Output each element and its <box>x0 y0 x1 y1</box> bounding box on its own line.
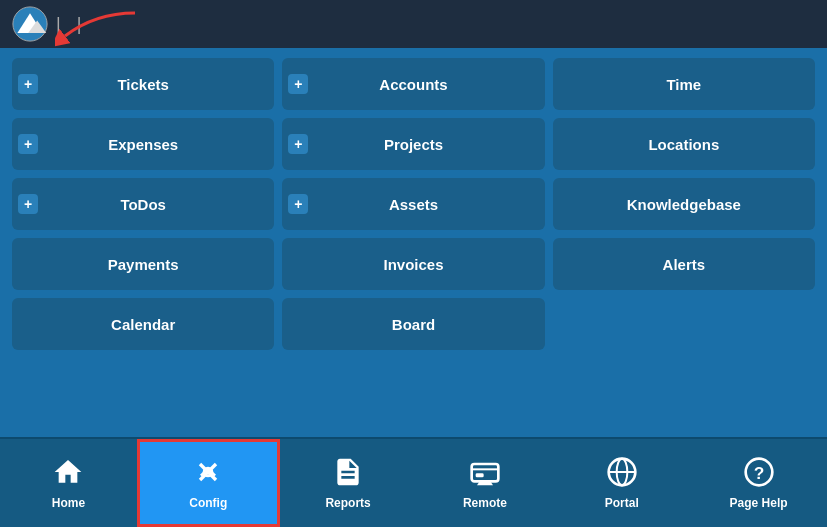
main-content: +Tickets+AccountsTime+Expenses+ProjectsL… <box>0 48 827 437</box>
nav-item-home[interactable]: Home <box>0 439 137 527</box>
nav-item-config[interactable]: Config <box>137 439 280 527</box>
svg-rect-7 <box>472 464 499 481</box>
tile-calendar[interactable]: Calendar <box>12 298 274 350</box>
tile-label-time: Time <box>666 76 701 93</box>
header: | | <box>0 0 827 48</box>
tile-projects[interactable]: +Projects <box>282 118 544 170</box>
home-icon <box>52 456 84 492</box>
plus-btn-todos[interactable]: + <box>18 194 38 214</box>
tile-assets[interactable]: +Assets <box>282 178 544 230</box>
nav-item-reports[interactable]: Reports <box>280 439 417 527</box>
remote-icon <box>469 456 501 492</box>
config-icon <box>192 456 224 492</box>
tile-label-board: Board <box>392 316 435 333</box>
logo-icon <box>12 6 48 42</box>
tile-label-todos: ToDos <box>120 196 166 213</box>
plus-btn-tickets[interactable]: + <box>18 74 38 94</box>
plus-btn-projects[interactable]: + <box>288 134 308 154</box>
tile-invoices[interactable]: Invoices <box>282 238 544 290</box>
nav-item-remote[interactable]: Remote <box>416 439 553 527</box>
logo-area <box>12 6 48 42</box>
tile-knowledgebase[interactable]: Knowledgebase <box>553 178 815 230</box>
tile-label-projects: Projects <box>384 136 443 153</box>
plus-btn-accounts[interactable]: + <box>288 74 308 94</box>
red-arrow-annotation <box>55 8 145 52</box>
tile-tickets[interactable]: +Tickets <box>12 58 274 110</box>
tile-label-payments: Payments <box>108 256 179 273</box>
bottom-nav: Home ConfigReportsRemotePortal?Page Help <box>0 437 827 527</box>
nav-label-reports: Reports <box>325 496 370 510</box>
nav-label-page-help: Page Help <box>730 496 788 510</box>
nav-item-portal[interactable]: Portal <box>553 439 690 527</box>
tile-label-locations: Locations <box>648 136 719 153</box>
tile-label-tickets: Tickets <box>117 76 168 93</box>
tile-time[interactable]: Time <box>553 58 815 110</box>
nav-label-config: Config <box>189 496 227 510</box>
tile-expenses[interactable]: +Expenses <box>12 118 274 170</box>
help-icon: ? <box>743 456 775 492</box>
tile-accounts[interactable]: +Accounts <box>282 58 544 110</box>
plus-btn-assets[interactable]: + <box>288 194 308 214</box>
tile-todos[interactable]: +ToDos <box>12 178 274 230</box>
reports-icon <box>332 456 364 492</box>
nav-label-remote: Remote <box>463 496 507 510</box>
plus-btn-expenses[interactable]: + <box>18 134 38 154</box>
nav-label-home: Home <box>52 496 85 510</box>
tile-label-knowledgebase: Knowledgebase <box>627 196 741 213</box>
portal-icon <box>606 456 638 492</box>
tile-label-invoices: Invoices <box>383 256 443 273</box>
tile-label-accounts: Accounts <box>379 76 447 93</box>
tile-locations[interactable]: Locations <box>553 118 815 170</box>
tile-label-expenses: Expenses <box>108 136 178 153</box>
tile-label-calendar: Calendar <box>111 316 175 333</box>
tile-payments[interactable]: Payments <box>12 238 274 290</box>
nav-label-portal: Portal <box>605 496 639 510</box>
svg-text:?: ? <box>753 463 764 483</box>
tile-label-assets: Assets <box>389 196 438 213</box>
nav-item-page-help[interactable]: ?Page Help <box>690 439 827 527</box>
tile-grid: +Tickets+AccountsTime+Expenses+ProjectsL… <box>12 58 815 350</box>
tile-label-alerts: Alerts <box>663 256 706 273</box>
svg-rect-8 <box>476 473 484 477</box>
tile-alerts[interactable]: Alerts <box>553 238 815 290</box>
tile-board[interactable]: Board <box>282 298 544 350</box>
